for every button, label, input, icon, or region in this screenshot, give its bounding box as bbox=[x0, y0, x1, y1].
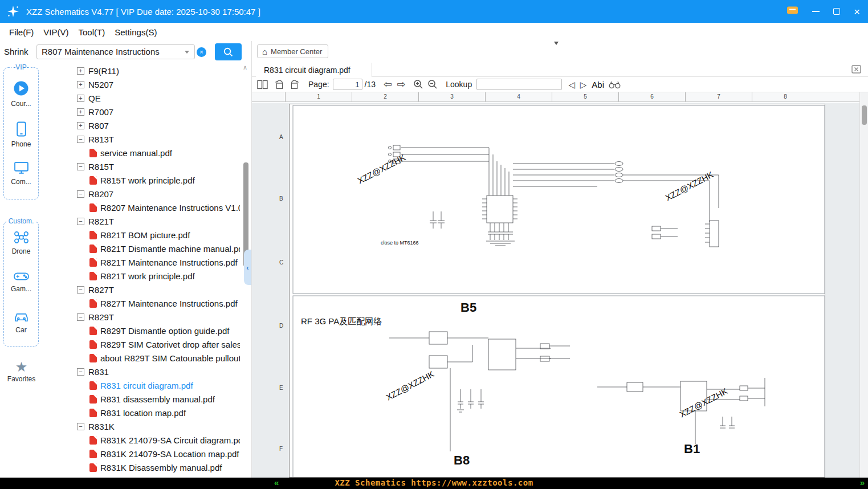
tree-expander-icon[interactable]: − bbox=[77, 368, 84, 376]
tree-item[interactable]: − R829T bbox=[43, 310, 240, 324]
tree-item[interactable]: R829T Dismantle option guide.pdf bbox=[43, 324, 240, 337]
phone-icon bbox=[15, 121, 27, 137]
search-combobox[interactable]: R807 Maintenance Instructions bbox=[36, 44, 195, 59]
close-document-button[interactable] bbox=[851, 65, 861, 76]
sidebar-item-game[interactable]: Gam... bbox=[4, 271, 38, 293]
tree-expander-icon[interactable]: − bbox=[77, 423, 84, 430]
pdf-toolbar: Page: /13 ⇦ ⇨ Lookup ◁ ▷ Abi bbox=[252, 77, 868, 92]
scroll-up-icon[interactable]: ∧ bbox=[241, 64, 249, 71]
tree-item[interactable]: − R827T bbox=[43, 283, 240, 296]
tree-item[interactable]: + QE bbox=[43, 91, 240, 105]
chevron-down-icon[interactable] bbox=[185, 51, 189, 54]
tree-expander-icon[interactable]: − bbox=[77, 218, 84, 225]
tree-item[interactable]: about R829T SIM Catounable pullout.pdf bbox=[43, 351, 240, 365]
menu-item[interactable]: File(F) bbox=[9, 27, 34, 37]
minimize-button[interactable] bbox=[812, 11, 820, 12]
document-tab[interactable]: R831 circuit diagram.pdf bbox=[256, 63, 372, 77]
sidebar-item-drone[interactable]: Drone bbox=[4, 231, 38, 255]
tree-item[interactable]: R831K 214079-SA Location map.pdf bbox=[43, 447, 240, 461]
tree-item[interactable]: R821T Maintenance Instructions.pdf bbox=[43, 255, 240, 269]
search-button[interactable] bbox=[215, 43, 242, 60]
tree-expander-icon[interactable]: + bbox=[77, 67, 84, 75]
drone-icon bbox=[14, 231, 29, 244]
tree-item[interactable]: − R8207 bbox=[43, 187, 240, 201]
tree-item[interactable]: − R831 bbox=[43, 365, 240, 378]
tree-item[interactable]: + R807 bbox=[43, 119, 240, 132]
sidebar-item-car[interactable]: Car bbox=[4, 311, 38, 334]
tree-item[interactable]: + R7007 bbox=[43, 105, 240, 119]
page-number-input[interactable] bbox=[333, 79, 362, 90]
tree-item[interactable]: R831 location map.pdf bbox=[43, 406, 240, 419]
rotate-right-button[interactable] bbox=[290, 80, 299, 89]
tree-item[interactable]: + F9(R11) bbox=[43, 64, 240, 78]
tree-item[interactable]: + N5207 bbox=[43, 78, 240, 91]
next-page-icon[interactable]: ⇨ bbox=[397, 79, 405, 89]
tree-item[interactable]: service manual.pdf bbox=[43, 146, 240, 160]
member-center-button[interactable]: ⌂ Member Center bbox=[257, 44, 328, 58]
tree-item[interactable]: R8207 Maintenance Instructions V1.0.pdf bbox=[43, 201, 240, 214]
tree-expander-icon[interactable]: − bbox=[77, 313, 84, 321]
vip-badge-icon[interactable] bbox=[787, 5, 798, 18]
menu-item[interactable]: VIP(V) bbox=[43, 27, 68, 37]
tree-item-label: R831 location map.pdf bbox=[100, 408, 186, 418]
lookup-input[interactable] bbox=[476, 79, 562, 90]
zoom-out-button[interactable] bbox=[427, 79, 438, 89]
tree-expander-icon[interactable]: − bbox=[77, 286, 84, 294]
tree-item[interactable]: − R815T bbox=[43, 160, 240, 173]
match-case-button[interactable]: Abi bbox=[592, 80, 604, 89]
tree-item[interactable]: R831 disassembly manual.pdf bbox=[43, 392, 240, 406]
sidebar-item-favorites[interactable]: ★ Favorites bbox=[0, 360, 43, 383]
sidebar-item-phone[interactable]: Phone bbox=[4, 121, 38, 148]
ruler-number: 4 bbox=[485, 92, 552, 101]
page-total-label: /13 bbox=[365, 80, 376, 89]
close-button[interactable]: × bbox=[854, 6, 860, 17]
page-canvas[interactable]: ABCDEF bbox=[252, 103, 859, 478]
schematic-section-title: RF 3G PA及匹配网络 bbox=[301, 316, 382, 327]
find-next-icon[interactable]: ▷ bbox=[580, 80, 587, 89]
tree-item[interactable]: − R821T bbox=[43, 214, 240, 228]
tree-expander-icon[interactable]: − bbox=[77, 190, 84, 198]
vip-section-label: -VIP- bbox=[11, 63, 30, 71]
maximize-button[interactable] bbox=[833, 8, 840, 15]
viewer-scrollbar-thumb[interactable] bbox=[862, 105, 867, 125]
previous-page-icon[interactable]: ⇦ bbox=[384, 79, 392, 89]
tree-item[interactable]: − R831K bbox=[43, 419, 240, 433]
tree-item[interactable]: − R813T bbox=[43, 132, 240, 146]
tree-item[interactable]: R829T SIM Catorivet drop after sales.pdf bbox=[43, 337, 240, 351]
pdf-file-icon bbox=[89, 231, 97, 239]
tree-item[interactable]: R827T Maintenance Instructions.pdf bbox=[43, 296, 240, 310]
tree-item[interactable]: R821T work principle.pdf bbox=[43, 269, 240, 283]
tree-item-label: R8207 bbox=[88, 189, 113, 199]
menu-item[interactable]: Settings(S) bbox=[115, 27, 157, 37]
zoom-in-button[interactable] bbox=[413, 79, 423, 89]
tree-item[interactable]: R831K 214079-SA Circuit diagram.pdf bbox=[43, 433, 240, 447]
rotate-left-button[interactable] bbox=[275, 80, 284, 89]
tree-item[interactable]: R815T work principle.pdf bbox=[43, 173, 240, 187]
tree-expander-icon[interactable]: + bbox=[77, 81, 84, 88]
tree-expander-icon[interactable]: + bbox=[77, 95, 84, 102]
play-circle-icon bbox=[13, 80, 29, 96]
lookup-label: Lookup bbox=[446, 80, 472, 89]
shrink-button[interactable]: Shrink bbox=[4, 47, 28, 56]
collapse-panel-handle[interactable]: ‹ bbox=[244, 250, 251, 285]
sidebar-item-computer[interactable]: Com... bbox=[4, 161, 38, 186]
sidebar-item-label: Favorites bbox=[0, 375, 43, 383]
tree-item[interactable]: R821T Dismantle machine manual.pdf bbox=[43, 242, 240, 255]
pdf-viewer: ⌂ Member Center R831 circuit diagram.pdf… bbox=[251, 41, 868, 478]
sidebar-item-courses[interactable]: Cour... bbox=[4, 80, 38, 108]
two-page-view-button[interactable] bbox=[257, 80, 268, 89]
search-document-button[interactable] bbox=[609, 80, 621, 89]
window-controls: × bbox=[787, 0, 860, 23]
pdf-file-icon bbox=[89, 203, 97, 212]
menu-item[interactable]: Tool(T) bbox=[79, 27, 105, 37]
tree-item[interactable]: R821T BOM picture.pdf bbox=[43, 228, 240, 242]
tree-item[interactable]: R831K Disassembly manual.pdf bbox=[43, 461, 240, 474]
clear-search-button[interactable]: × bbox=[197, 47, 206, 57]
viewer-scrollbar[interactable] bbox=[859, 92, 868, 478]
tree-expander-icon[interactable]: − bbox=[77, 136, 84, 143]
find-previous-icon[interactable]: ◁ bbox=[568, 80, 575, 89]
tree-item[interactable]: R831 circuit diagram.pdf bbox=[43, 378, 240, 392]
tree-expander-icon[interactable]: − bbox=[77, 163, 84, 170]
tree-expander-icon[interactable]: + bbox=[77, 122, 84, 129]
tree-expander-icon[interactable]: + bbox=[77, 108, 84, 116]
